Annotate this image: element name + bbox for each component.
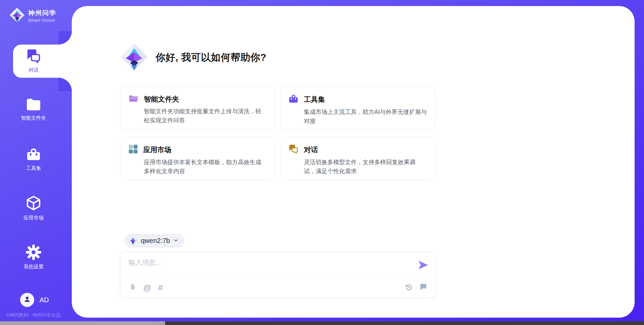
feedback-button[interactable] [419, 283, 427, 292]
history-button[interactable] [405, 283, 413, 292]
chat-icon [26, 49, 41, 64]
topic-button[interactable]: # [158, 284, 162, 292]
greeting: 你好, 我可以如何帮助你? [120, 43, 266, 72]
model-selector[interactable]: qwen2:7b [124, 234, 184, 248]
brand-logo-diamond-icon [9, 7, 25, 24]
sidebar-item-label: 工具集 [26, 166, 41, 171]
card-title: 工具集 [304, 95, 325, 104]
grid-icon [128, 144, 138, 155]
avatar [20, 293, 34, 307]
copyright-footer: ©神州数码 · 神州问学出品 [6, 312, 70, 318]
sidebar-item-app-market[interactable]: 应用市场 [0, 195, 67, 220]
card-chat[interactable]: 对话 灵活切换多模型文件，支持多样回复效果调试，满足个性化需求 [280, 137, 435, 180]
mention-button[interactable]: @ [143, 284, 151, 292]
send-icon [418, 267, 429, 272]
toolbox-icon [26, 147, 41, 162]
card-description: 应用市场提供丰富长文本模板，助力高效生成多样化文章内容 [144, 158, 267, 176]
sidebar-item-label: 对话 [29, 67, 39, 73]
folder-open-icon [128, 94, 139, 104]
model-diamond-icon [128, 236, 138, 246]
card-description: 集成市场上主流工具，助力AI与外界无缝扩展与对接 [304, 108, 427, 126]
hash-icon: # [158, 283, 162, 292]
user-name: AD [40, 296, 49, 304]
greeting-text: 你好, 我可以如何帮助你? [156, 51, 266, 64]
card-toolset[interactable]: 工具集 集成市场上主流工具，助力AI与外界无缝扩展与对接 [280, 86, 435, 129]
card-smart-folder[interactable]: 智能文件夹 智能文件夹功能支持批量文件上传与清洗，轻松实现文件问答 [120, 86, 275, 129]
user-icon [23, 295, 31, 305]
paperclip-icon [129, 284, 137, 293]
sidebar-item-label: 系统设置 [23, 264, 44, 269]
sidebar: 神州问学 Smart Vision 对话 智能文件夹 [0, 0, 72, 325]
sidebar-item-label: 智能文件夹 [21, 115, 46, 120]
model-name: qwen2:7b [141, 237, 170, 245]
attach-file-button[interactable] [129, 283, 137, 292]
history-icon [405, 284, 413, 293]
brand-name: 神州问学 [28, 9, 56, 17]
message-input[interactable] [128, 258, 414, 275]
user-profile[interactable]: AD [20, 293, 49, 307]
card-title: 对话 [304, 145, 318, 154]
sidebar-item-chat[interactable]: 对话 [13, 45, 72, 78]
scrollbar-thumb[interactable] [0, 321, 165, 325]
feature-cards: 智能文件夹 智能文件夹功能支持批量文件上传与清洗，轻松实现文件问答 工具集 集成… [120, 86, 437, 180]
card-title: 智能文件夹 [144, 94, 179, 104]
card-description: 智能文件夹功能支持批量文件上传与清洗，轻松实现文件问答 [144, 107, 267, 125]
sidebar-item-label: 应用市场 [23, 215, 44, 220]
at-icon: @ [143, 283, 151, 292]
brand-subtitle: Smart Vision [28, 18, 56, 23]
assistant-logo-diamond-icon [120, 43, 148, 72]
cube-icon [25, 195, 42, 212]
sidebar-item-settings[interactable]: 系统设置 [0, 245, 67, 269]
card-title: 应用市场 [143, 145, 171, 154]
chevron-down-icon [173, 238, 178, 244]
card-description: 灵活切换多模型文件，支持多样回复效果调试，满足个性化需求 [304, 158, 427, 176]
horizontal-scrollbar[interactable] [0, 321, 644, 325]
folder-icon [26, 98, 41, 112]
card-app-market[interactable]: 应用市场 应用市场提供丰富长文本模板，助力高效生成多样化文章内容 [120, 137, 275, 180]
chat-bubble-icon [419, 283, 427, 292]
chat-bubbles-icon [288, 144, 299, 155]
brand: 神州问学 Smart Vision [9, 7, 56, 24]
message-composer: @ # [120, 252, 436, 298]
send-button[interactable] [417, 259, 429, 271]
gear-icon [26, 245, 41, 261]
sidebar-item-toolset[interactable]: 工具集 [0, 147, 67, 171]
briefcase-icon [288, 94, 299, 105]
sidebar-item-smart-folder[interactable]: 智能文件夹 [0, 98, 67, 120]
